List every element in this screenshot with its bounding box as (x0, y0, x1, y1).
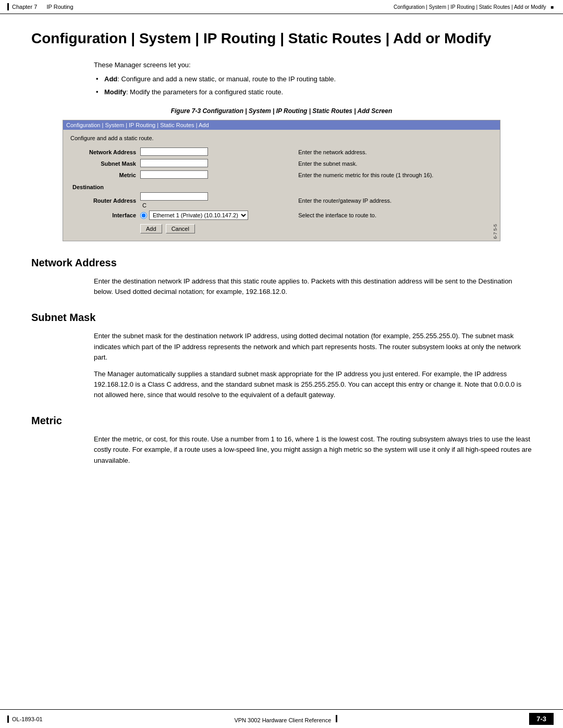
header-bar: Chapter 7 IP Routing Configuration | Sys… (0, 0, 563, 14)
screenshot-titlebar: Configuration | System | IP Routing | St… (63, 120, 500, 130)
footer-right-label: VPN 3002 Hardware Client Reference (234, 717, 331, 723)
label-metric: Metric (70, 169, 138, 181)
chapter-topic: IP Routing (46, 4, 73, 10)
label-interface: Interface (70, 209, 138, 221)
header-bar-char: ■ (550, 4, 554, 10)
interface-radio[interactable] (140, 212, 147, 219)
header-breadcrumb: Configuration | System | IP Routing | St… (394, 4, 546, 10)
button-row: Add Cancel (70, 221, 493, 235)
header-bar-accent (7, 3, 9, 10)
footer-page-number: 7-3 (529, 713, 554, 725)
figure-screenshot: Configuration | System | IP Routing | St… (63, 120, 500, 241)
hint-router-address: Enter the router/gateway IP address. (296, 191, 493, 209)
header-separator (40, 4, 43, 10)
input-metric[interactable] (140, 170, 208, 179)
section-body-subnet-mask-2: The Manager automatically supplies a sta… (94, 369, 532, 400)
bullet-add-bold: Add (104, 75, 117, 83)
page-title: Configuration | System | IP Routing | St… (31, 30, 532, 47)
input-router-address[interactable] (140, 192, 208, 201)
destination-label: Destination (72, 182, 104, 191)
bullet-modify: Modify: Modify the parameters for a conf… (104, 87, 532, 97)
header-left: Chapter 7 IP Routing (7, 3, 74, 10)
section-body-metric: Enter the metric, or cost, for this rout… (94, 434, 532, 465)
section-heading-metric: Metric (31, 415, 532, 427)
section-body-network-address: Enter the destination network IP address… (94, 276, 532, 297)
interface-radio-row: Ethernet 1 (Private) (10.10.147.2) (140, 211, 294, 220)
hint-interface: Select the interface to route to. (296, 209, 493, 221)
section-heading-subnet-mask: Subnet Mask (31, 312, 532, 324)
footer-left: OL-1893-01 (7, 715, 43, 723)
field-interface: Interface Ethernet 1 (Private) (10.10.14… (70, 209, 493, 221)
label-router-address: Router Address (70, 191, 138, 209)
chapter-label: Chapter 7 (12, 4, 37, 10)
footer-right-accent (336, 715, 337, 722)
hint-subnet-mask: Enter the subnet mask. (296, 158, 493, 169)
add-button[interactable]: Add (140, 224, 162, 233)
label-subnet-mask: Subnet Mask (70, 158, 138, 169)
bullet-add-text: : Configure and add a new static, or man… (117, 75, 336, 83)
radio-c: C (140, 202, 294, 208)
corner-text: 6-7 5-5 (493, 224, 498, 239)
input-subnet-mask[interactable] (140, 159, 208, 167)
field-subnet-mask: Subnet Mask Enter the subnet mask. (70, 158, 493, 169)
screenshot-body: Configure and add a static route. Networ… (63, 130, 500, 241)
input-network-address[interactable] (140, 147, 208, 156)
field-router-address: Router Address C Enter the router/gatewa… (70, 191, 493, 209)
header-breadcrumb-area: Configuration | System | IP Routing | St… (394, 4, 554, 10)
form-table: Network Address Enter the network addres… (70, 146, 493, 235)
section-body-subnet-mask-1: Enter the subnet mask for the destinatio… (94, 331, 532, 362)
interface-select[interactable]: Ethernet 1 (Private) (10.10.147.2) (149, 211, 248, 220)
screenshot-intro: Configure and add a static route. (70, 135, 493, 141)
footer-right: VPN 3002 Hardware Client Reference (234, 715, 337, 723)
destination-section-row: Destination (70, 181, 493, 191)
bullet-add: Add: Configure and add a new static, or … (104, 74, 532, 84)
footer: OL-1893-01 VPN 3002 Hardware Client Refe… (0, 709, 563, 728)
section-heading-network-address: Network Address (31, 257, 532, 269)
footer-left-label: OL-1893-01 (12, 716, 43, 722)
hint-network-address: Enter the network address. (296, 146, 493, 158)
figure-caption: Figure 7-3 Configuration | System | IP R… (31, 107, 532, 115)
intro-line: These Manager screens let you: (94, 60, 532, 70)
bullet-modify-text: : Modify the parameters for a configured… (126, 88, 283, 96)
cancel-button[interactable]: Cancel (166, 224, 195, 233)
bullet-modify-bold: Modify (104, 88, 126, 96)
hint-metric: Enter the numeric metric for this route … (296, 169, 493, 181)
footer-bar-accent (7, 715, 9, 723)
label-network-address: Network Address (70, 146, 138, 158)
field-network-address: Network Address Enter the network addres… (70, 146, 493, 158)
field-metric: Metric Enter the numeric metric for this… (70, 169, 493, 181)
main-content: Configuration | System | IP Routing | St… (0, 14, 563, 503)
